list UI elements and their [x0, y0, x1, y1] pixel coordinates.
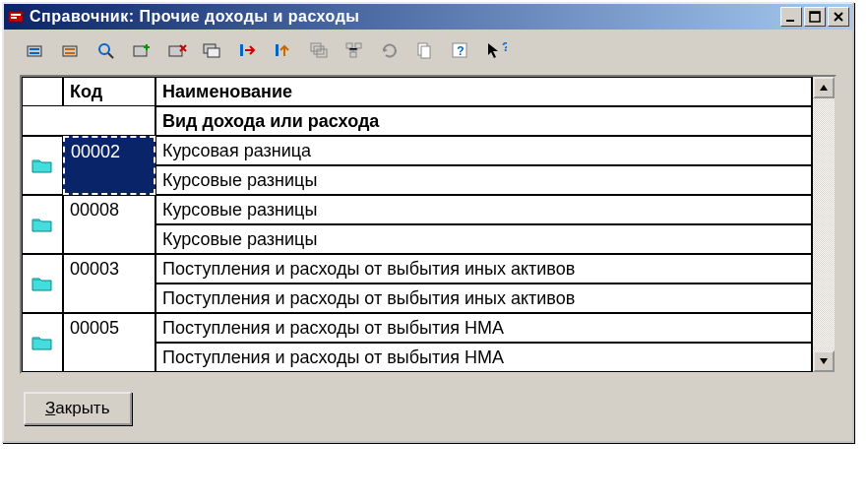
folder-icon	[22, 136, 63, 195]
toolbar: ? ?	[4, 30, 852, 73]
folder-icon	[22, 254, 63, 313]
svg-rect-18	[276, 44, 279, 56]
svg-rect-20	[314, 46, 324, 54]
app-icon	[7, 8, 25, 26]
svg-rect-23	[355, 43, 361, 48]
svg-rect-3	[786, 20, 794, 22]
cell-name[interactable]: Поступления и расходы от выбытия НМА	[155, 313, 812, 343]
close-dialog-button[interactable]: Закрыть	[24, 392, 132, 425]
cell-name[interactable]: Поступления и расходы от выбытия иных ак…	[155, 254, 812, 284]
toolbar-cascade-icon[interactable]	[305, 37, 333, 65]
grid-panel: Код Наименование Вид дохода или расхода …	[20, 75, 837, 374]
svg-text:?: ?	[502, 40, 507, 54]
folder-icon	[22, 195, 63, 254]
toolbar-tree-icon[interactable]	[341, 37, 368, 65]
svg-rect-9	[63, 46, 77, 56]
header-row-1: Код Наименование	[22, 77, 812, 106]
toolbar-docs-icon[interactable]	[411, 37, 439, 65]
svg-rect-5	[810, 12, 820, 14]
dialog-window: Справочник: Прочие доходы и расходы ? ?	[2, 2, 854, 443]
cell-code[interactable]: 00005	[63, 313, 155, 372]
toolbar-cursor-help-icon[interactable]: ?	[482, 37, 510, 65]
svg-rect-16	[208, 48, 219, 57]
cell-code[interactable]: 00008	[63, 195, 155, 254]
data-grid: Код Наименование Вид дохода или расхода …	[22, 77, 813, 372]
header-code[interactable]: Код	[63, 77, 155, 106]
toolbar-move-up-icon[interactable]	[270, 37, 297, 65]
toolbar-search-icon[interactable]	[93, 37, 120, 65]
toolbar-move-right-icon[interactable]	[234, 37, 262, 65]
table-row[interactable]: 00003 Поступления и расходы от выбытия и…	[22, 254, 812, 313]
cell-code[interactable]: 00002	[63, 136, 155, 195]
scroll-track[interactable]	[813, 98, 835, 350]
cell-sub[interactable]: Поступления и расходы от выбытия иных ак…	[155, 284, 812, 313]
maximize-button[interactable]	[804, 7, 826, 27]
toolbar-new-icon[interactable]	[22, 37, 49, 65]
svg-rect-7	[30, 48, 39, 50]
svg-text:?: ?	[457, 44, 464, 58]
svg-rect-2	[11, 17, 17, 19]
footer: Закрыть	[4, 382, 852, 441]
svg-rect-21	[317, 49, 327, 57]
minimize-button[interactable]	[780, 7, 802, 27]
svg-rect-8	[30, 52, 39, 54]
header-icon-col	[22, 77, 63, 106]
table-row[interactable]: 00002 Курсовая разница Курсовые разницы	[22, 136, 812, 195]
toolbar-refresh-icon[interactable]	[376, 37, 403, 65]
svg-rect-6	[28, 46, 41, 56]
scroll-down-icon[interactable]	[813, 350, 835, 372]
svg-rect-11	[65, 52, 75, 54]
svg-rect-22	[346, 43, 352, 48]
close-button[interactable]	[828, 7, 849, 27]
toolbar-delete-icon[interactable]	[163, 37, 191, 65]
toolbar-new-group-icon[interactable]	[57, 37, 85, 65]
cell-name[interactable]: Курсовая разница	[155, 136, 812, 165]
svg-rect-26	[421, 46, 430, 58]
scroll-up-icon[interactable]	[813, 77, 835, 98]
toolbar-add-icon[interactable]	[128, 37, 155, 65]
table-row[interactable]: 00005 Поступления и расходы от выбытия Н…	[22, 313, 812, 372]
cell-sub[interactable]: Курсовые разницы	[155, 165, 812, 195]
vertical-scrollbar[interactable]	[813, 77, 835, 372]
svg-rect-10	[65, 48, 75, 50]
header-name[interactable]: Наименование	[155, 77, 812, 106]
cell-sub[interactable]: Поступления и расходы от выбытия НМА	[155, 343, 812, 372]
svg-rect-24	[350, 52, 356, 57]
close-shortcut-letter: З	[45, 399, 55, 417]
svg-rect-19	[311, 43, 321, 51]
folder-icon	[22, 313, 63, 372]
header-spacer	[22, 106, 155, 136]
titlebar: Справочник: Прочие доходы и расходы	[4, 4, 852, 30]
svg-rect-1	[11, 14, 21, 16]
svg-point-12	[99, 44, 109, 54]
cell-code[interactable]: 00003	[63, 254, 155, 313]
window-controls	[780, 7, 849, 27]
window-title: Справочник: Прочие доходы и расходы	[30, 8, 780, 26]
close-label-rest: акрыть	[55, 399, 109, 417]
table-row[interactable]: 00008 Курсовые разницы Курсовые разницы	[22, 195, 812, 254]
header-subname[interactable]: Вид дохода или расхода	[155, 106, 812, 136]
toolbar-help-icon[interactable]: ?	[447, 37, 474, 65]
svg-rect-17	[240, 44, 243, 56]
cell-sub[interactable]: Курсовые разницы	[155, 224, 812, 254]
cell-name[interactable]: Курсовые разницы	[155, 195, 812, 224]
header-row-2: Вид дохода или расхода	[22, 106, 812, 136]
toolbar-copy-icon[interactable]	[199, 37, 226, 65]
